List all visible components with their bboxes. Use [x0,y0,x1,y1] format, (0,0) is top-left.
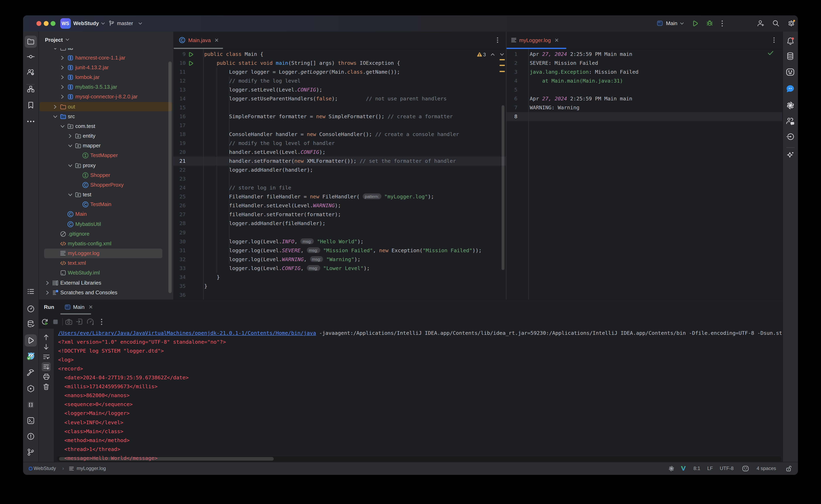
openai-status-icon[interactable] [668,462,674,475]
console-hscrollbar[interactable] [59,457,274,460]
unlock-icon[interactable] [786,462,791,475]
robot-status-icon[interactable] [742,462,749,475]
warning-stripe-mark[interactable] [500,59,505,60]
project-panel-header[interactable]: Project [39,31,173,48]
terminal-icon[interactable] [25,415,37,427]
console-output[interactable]: /Users/eve/Library/Java/JavaVirtualMachi… [54,329,782,463]
stop-icon[interactable] [52,315,59,329]
next-problem-icon[interactable] [500,53,504,56]
git-branch-icon[interactable] [25,446,37,458]
close-tab-icon[interactable]: ✕ [88,304,93,310]
tab-main-java[interactable]: Main.java ✕ [179,31,219,49]
chevron-right-icon[interactable] [60,94,65,100]
chevron-down-icon[interactable] [52,48,58,51]
tree-row[interactable]: com.test [39,121,173,131]
tree-row[interactable]: mysql-connector-j-8.2.0.jar [39,92,173,102]
tree-row[interactable]: Shopper [39,170,173,180]
tree-row[interactable]: TestMapper [39,151,173,161]
commit-icon[interactable] [25,51,37,63]
editor-scrollbar[interactable] [502,105,504,270]
status-encoding[interactable]: UTF-8 [720,462,734,475]
problems-icon[interactable] [25,430,37,442]
rerun-icon[interactable] [41,315,48,329]
build-hammer-icon[interactable] [25,367,37,379]
tree-row[interactable]: test [39,190,173,200]
branch-selector[interactable]: master [117,15,133,31]
run-toolwindow-icon[interactable] [25,334,37,347]
chat-bubble-icon[interactable] [784,82,797,95]
run-tab-main[interactable]: Main ✕ [65,300,93,314]
gauge-icon[interactable] [86,315,94,329]
prev-problem-icon[interactable] [491,53,495,56]
more-kebab-icon[interactable] [721,15,723,31]
tree-row[interactable]: text.xml [39,258,173,268]
status-line-ending[interactable]: LF [707,462,713,475]
notifications-bell-icon[interactable] [784,35,797,47]
project-tree-scrollbar[interactable] [168,61,171,293]
add-user-icon[interactable] [757,15,764,31]
users-help-icon[interactable]: ? [25,66,37,78]
warning-stripe-mark[interactable] [500,71,505,72]
chevron-down-icon[interactable] [60,123,65,129]
todo-list-icon[interactable] [25,285,37,298]
bookmarks-icon[interactable] [25,99,37,111]
search-icon[interactable] [772,15,779,31]
debug-icon[interactable] [706,15,713,31]
more-kebab-icon[interactable] [98,315,105,329]
softwrap-icon[interactable] [42,352,51,361]
tree-row[interactable]: External Libraries [39,278,173,288]
tree-row[interactable]: junit-4.13.2.jar [39,63,173,72]
clear-trash-icon[interactable] [42,382,51,391]
status-breadcrumb-project[interactable]: WebStudy [34,462,56,475]
project-logo[interactable]: WS [60,18,71,29]
chevron-right-icon[interactable] [52,104,58,110]
chevron-right-icon[interactable] [60,84,65,90]
tree-row[interactable]: lombok.jar [39,72,173,82]
run-config-selector[interactable]: Main [666,15,677,31]
v-plugin-icon[interactable] [680,462,687,475]
chevron-down-icon[interactable] [52,114,58,119]
run-line-icon[interactable] [188,52,193,57]
database-check-icon[interactable] [25,318,37,330]
brackets-icon[interactable] [25,399,37,411]
signin-circle-icon[interactable] [784,130,797,142]
robot-plugin-icon[interactable] [784,66,797,78]
settings-gear-icon[interactable] [788,15,795,31]
warning-stripe-mark[interactable] [500,65,505,66]
tree-row[interactable]: ShopperProxy [39,180,173,190]
chevron-right-icon[interactable] [45,290,50,295]
zoom-window-button[interactable] [50,21,55,26]
structure-icon[interactable] [25,83,37,95]
tree-row[interactable]: mapper [39,141,173,151]
database-icon[interactable] [784,50,797,62]
close-tab-icon[interactable]: ✕ [554,37,559,43]
chevron-right-icon[interactable] [67,133,73,139]
tree-row[interactable]: entity [39,131,173,141]
chevron-down-icon[interactable] [67,192,73,198]
chevron-down-icon[interactable] [67,163,73,168]
chevron-right-icon[interactable] [60,55,65,61]
export-icon[interactable] [76,315,83,329]
tree-row[interactable]: Main [39,209,173,219]
tree-row[interactable]: mybatis-config.xml [39,239,173,249]
camera-icon[interactable] [65,315,72,329]
tree-row[interactable]: mybatis-3.5.13.jar [39,82,173,92]
tab-mylogger-log[interactable]: myLogger.log ✕ [511,31,559,49]
openai-plugin-icon[interactable] [784,99,797,111]
status-caret-position[interactable]: 8:1 [693,462,700,475]
profiler-gauge-icon[interactable] [25,303,37,315]
tree-row[interactable]: .gitignore [39,229,173,239]
services-icon[interactable] [25,383,37,395]
gopher-plugin-icon[interactable] [25,350,37,362]
tree-row[interactable]: TestMain [39,200,173,209]
up-arrow-icon[interactable] [42,333,51,341]
code-area[interactable]: 9public class Main {10 public static voi… [173,49,506,300]
chevron-right-icon[interactable] [60,74,65,80]
scroll-to-end-icon[interactable] [42,362,51,371]
status-breadcrumb-file[interactable]: myLogger.log [77,462,106,475]
close-tab-icon[interactable]: ✕ [214,37,219,43]
tree-row[interactable]: myLogger.log [39,249,173,258]
no-problems-icon[interactable] [767,51,773,55]
tree-row[interactable]: lib [39,48,173,53]
tree-row[interactable]: out [39,102,173,112]
